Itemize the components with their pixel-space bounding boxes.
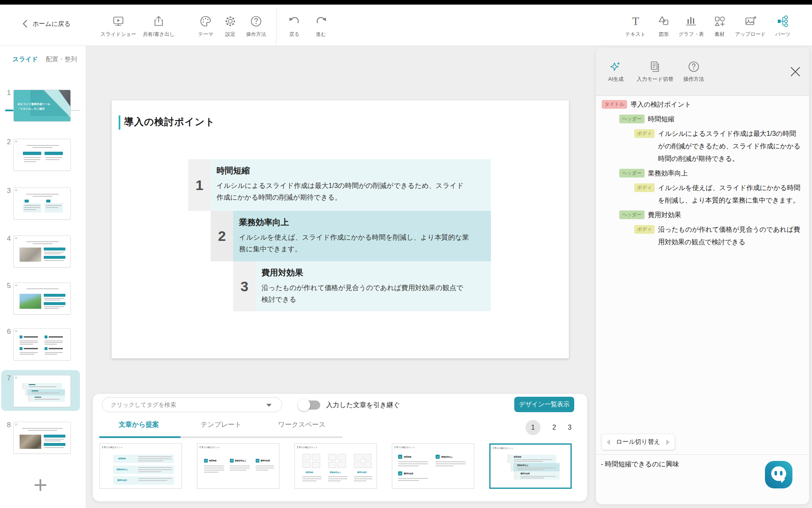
input-mode-switch-button[interactable]: 入力モード切替 <box>637 60 673 83</box>
design-thumbnail-3[interactable]: 導入の検討ポイント 時間短縮 業務効率向上 費用対効果 <box>294 443 377 489</box>
slide-number: 2 <box>1 138 11 146</box>
badge-header: ヘッダー <box>619 169 645 178</box>
svg-text:T: T <box>632 15 639 28</box>
insert-text-button[interactable]: T テキスト <box>625 15 645 38</box>
theme-button[interactable]: テーマ <box>198 15 214 38</box>
slide-thumbnail-6[interactable]: ... <box>13 328 71 360</box>
slide-title: 導入の検討ポイント <box>124 115 215 128</box>
carry-over-toggle-label: 入力した文章を引き継ぐ <box>326 401 400 410</box>
share-icon <box>143 15 174 29</box>
undo-button[interactable]: 戻る <box>288 15 301 38</box>
chevron-left-icon <box>22 20 28 28</box>
outline-row-header[interactable]: ヘッダー 業務効率向上 <box>619 167 803 180</box>
design-thumbnail-4[interactable]: 導入の検討ポイント 01 時間短縮 02 業務効率向上 03 費用対効果 <box>392 443 474 489</box>
slide-thumbnail-8[interactable]: ... <box>13 422 71 454</box>
slide-thumbnail-4[interactable]: ... <box>13 235 71 268</box>
slide-title-accent-bar <box>119 115 120 130</box>
page-3[interactable]: 3 <box>562 420 577 435</box>
slide-thumbnail-5[interactable]: ... <box>13 283 71 315</box>
outline-row-title[interactable]: タイトル 導入の検討ポイント <box>602 98 803 111</box>
slide-item-number: 2 <box>211 211 233 261</box>
slide-item-body: 沿ったものが作れて価格が見合うのであれば費用対効果の観点で 検討できる <box>262 282 491 305</box>
ai-sparkle-icon <box>608 60 624 73</box>
parts-button[interactable]: パーツ <box>775 15 791 38</box>
text-icon: T <box>625 15 645 29</box>
carry-over-toggle[interactable] <box>298 398 321 412</box>
close-icon[interactable] <box>790 66 801 78</box>
badge-body: ボディ <box>634 129 655 138</box>
sidebar: スライド 配置・整列 1 AIスライド資料作成ツール 「イルシル」のご紹介 2 … <box>0 46 86 508</box>
design-suggestion-panel: 入力した文章を引き継ぐ デザイン一覧表示 文章から提案 テンプレート ワークスペ… <box>93 394 587 501</box>
tab-slides[interactable]: スライド <box>12 55 38 63</box>
insert-chart-button[interactable]: グラフ・表 <box>679 15 704 38</box>
slideshow-icon <box>100 15 136 29</box>
outline-row-header[interactable]: ヘッダー 時間短縮 <box>619 113 803 125</box>
design-thumbnail-1[interactable]: 導入の検討ポイント 時間短縮 業務効率向上 費用対効果 <box>100 443 182 489</box>
panel-divider <box>596 454 809 455</box>
slide-item-body: イルシルによるスライド作成は最大1/3の時間がの削減ができるため、スライド 作成… <box>217 180 491 203</box>
tag-search-input[interactable] <box>111 398 265 411</box>
tab-arrange[interactable]: 配置・整列 <box>46 55 77 63</box>
outline-row-body[interactable]: ボディ 沿ったものが作れて価格が見合うのであれば費 用対効果の観点で検討できる <box>634 223 803 248</box>
design-list-button[interactable]: デザイン一覧表示 <box>514 397 574 412</box>
slide-canvas[interactable]: 導入の検討ポイント 1 時間短縮 イルシルによるスライド作成は最大1/3の時間が… <box>112 100 569 358</box>
redo-button[interactable]: 進む <box>314 15 328 38</box>
back-home-button[interactable]: ホームに戻る <box>22 20 70 28</box>
panel-help-button[interactable]: 操作方法 <box>683 60 704 83</box>
memo-text: - 時間短縮できるのに興味 <box>601 460 679 469</box>
page-2[interactable]: 2 <box>547 420 562 435</box>
slide-number: 4 <box>1 235 11 243</box>
badge-body: ボディ <box>634 225 655 234</box>
help-button[interactable]: 操作方法 <box>246 15 266 38</box>
outline-row-body[interactable]: ボディ イルシルを使えば、スライド作成にかかる時間 を削減し、より本質的な業務に… <box>634 182 803 207</box>
slide-number: 3 <box>1 187 11 195</box>
tab-workspace[interactable]: ワークスペース <box>278 420 326 429</box>
slide-item-2: 業務効率向上 イルシルを使えば、スライド作成にかかる時間を削減し、より本質的な業… <box>233 211 491 261</box>
slide-number: 7 <box>1 374 11 383</box>
settings-button[interactable]: 設定 <box>224 15 237 38</box>
documents-icon <box>637 60 673 73</box>
slide-number: 6 <box>1 328 11 336</box>
badge-body: ボディ <box>634 183 655 192</box>
chat-support-button[interactable] <box>765 461 792 488</box>
parts-icon <box>775 15 791 29</box>
outline-row-body[interactable]: ボディ イルシルによるスライド作成は最大1/3の時間 がの削減ができるため、スラ… <box>634 128 803 165</box>
chevron-right-icon[interactable] <box>666 439 670 445</box>
toolbar: ホームに戻る スライドショー 共有/書き出し テーマ 設定 操作方法 <box>0 5 812 46</box>
redo-icon <box>314 15 328 29</box>
toolbar-divider <box>276 8 276 44</box>
design-thumbnail-5-selected[interactable]: 導入の検討ポイント 時間短縮 業務効率向上 費用対効果 <box>489 443 572 489</box>
badge-header: ヘッダー <box>619 115 645 123</box>
slide-number: 1 <box>1 89 11 97</box>
outline-panel-header: AI生成 入力モード切替 操作方法 <box>596 48 809 96</box>
design-thumbnail-2[interactable]: 導入の検討ポイント 01 時間短縮 02 業務効率向上 03 費用対効果 <box>197 443 279 489</box>
slideshow-button[interactable]: スライドショー <box>100 15 136 38</box>
slide-number: 8 <box>1 421 11 429</box>
upload-button[interactable]: アップロード <box>735 15 765 38</box>
outline-row-header[interactable]: ヘッダー 費用対効果 <box>619 209 803 221</box>
ai-generate-button[interactable]: AI生成 <box>608 60 624 83</box>
slide1-title-text: AIスライド資料作成ツール 「イルシル」のご紹介 <box>17 102 50 111</box>
tab-suggest-from-text[interactable]: 文章から提案 <box>119 420 159 429</box>
page-1[interactable]: 1 <box>526 420 541 435</box>
bottom-tab-underline-active <box>99 436 181 438</box>
add-slide-button[interactable] <box>35 479 46 491</box>
role-switch-button[interactable]: ロール切り替え <box>602 434 675 450</box>
tab-template[interactable]: テンプレート <box>201 420 242 429</box>
tag-search-box[interactable] <box>102 397 282 412</box>
dropdown-caret-icon <box>267 404 271 407</box>
chevron-left-icon[interactable] <box>607 439 610 445</box>
insert-asset-button[interactable]: 素材 <box>713 15 726 38</box>
slide-number: 5 <box>1 282 11 290</box>
slide-item-number: 1 <box>188 159 211 211</box>
slide-thumbnail-2[interactable]: ... <box>13 139 71 171</box>
share-export-button[interactable]: 共有/書き出し <box>143 15 174 38</box>
question-icon <box>683 60 704 73</box>
undo-icon <box>288 15 301 29</box>
slide-thumbnail-3[interactable]: ... <box>13 188 71 220</box>
slide-thumbnail-7[interactable]: ... <box>13 375 71 407</box>
back-home-label: ホームに戻る <box>32 20 70 28</box>
bar-chart-icon <box>679 15 704 29</box>
insert-shape-button[interactable]: 図形 <box>657 15 670 38</box>
slide-thumbnail-1[interactable]: AIスライド資料作成ツール 「イルシル」のご紹介 <box>13 90 71 122</box>
